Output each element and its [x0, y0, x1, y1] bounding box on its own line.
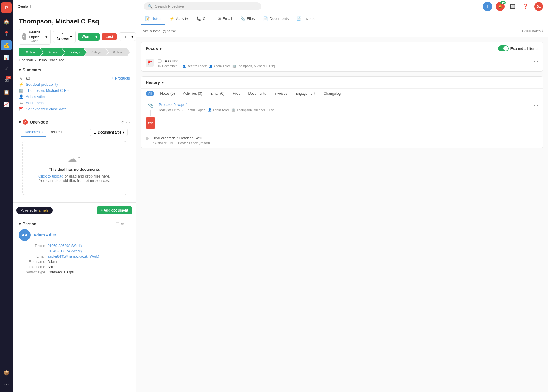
person-filter-icon[interactable]: ☰ [116, 222, 119, 226]
sidebar-item-more[interactable]: ⋯ [1, 379, 12, 390]
tab-invoice[interactable]: 🧾 Invoice [293, 13, 319, 25]
sidebar-item-tasks[interactable]: ☑ [1, 63, 12, 74]
stage-4[interactable]: 0 days [84, 48, 108, 56]
stage-5-label: 0 days [113, 50, 123, 54]
won-button[interactable]: Won [78, 33, 93, 41]
tab-documents[interactable]: Documents [21, 128, 46, 137]
email-value[interactable]: aadler8495@rampy.co.uk (Work) [48, 254, 130, 258]
person-link[interactable]: Adam Adler [26, 94, 45, 99]
view-dropdown-button[interactable]: ▾ [129, 32, 136, 41]
filter-invoices[interactable]: Invoices [272, 91, 290, 96]
deadline-meta: 16 December · 👤 Beatriz Lopez 👤 Adam Adl… [158, 64, 530, 68]
filter-changelog[interactable]: Changelog [321, 91, 343, 96]
progress-bar: 0 days 0 days 32 days 0 days 0 days [19, 48, 130, 56]
person-collapse-icon[interactable]: ▾ [19, 222, 21, 226]
tab-call[interactable]: 📞 Call [192, 13, 213, 25]
tab-email[interactable]: ✉ Email [214, 13, 236, 25]
phone-value-2[interactable]: 01545-817374 (Work) [48, 249, 130, 253]
labels-link[interactable]: Add labels [26, 101, 44, 105]
nav-info-icon[interactable]: ℹ [30, 4, 31, 9]
add-button[interactable]: + [483, 2, 492, 11]
file-name[interactable]: Process flow.pdf [159, 102, 530, 107]
follower-button[interactable]: 1 follower ▾ [53, 31, 76, 43]
sidebar-item-location[interactable]: 📍 [1, 28, 12, 39]
person-more-icon[interactable]: ⋯ [126, 222, 130, 226]
summary-collapse-icon[interactable]: ▾ [19, 67, 21, 72]
history-title[interactable]: History ▾ [146, 80, 164, 85]
sidebar-item-email[interactable]: ✉ 39 [1, 75, 12, 86]
stage-2[interactable]: 0 days [40, 48, 65, 56]
note-input[interactable] [141, 29, 522, 33]
apps-icon[interactable]: 🔲 [508, 2, 517, 11]
nav-deals-label[interactable]: Deals [18, 4, 28, 9]
summary-actions[interactable]: ⋯ [126, 68, 130, 72]
sidebar-item-deals[interactable]: 💰 [1, 40, 12, 50]
file-more-button[interactable]: ⋯ [534, 102, 538, 108]
filter-documents[interactable]: Documents [246, 91, 268, 96]
view-toggle-group: ⊞ ▾ [119, 32, 136, 41]
tab-documents[interactable]: 📄 Documents [259, 13, 293, 25]
person-icon: 👤 [19, 94, 23, 99]
summary-title: ▾ Summary [19, 67, 41, 72]
vertical-line [150, 110, 151, 116]
person-name-link[interactable]: Adam Adler [33, 233, 56, 237]
probability-link[interactable]: Set deal probability [26, 82, 58, 87]
sidebar-item-reports[interactable]: 📋 [1, 87, 12, 97]
sidebar-item-products[interactable]: 📦 [1, 367, 12, 378]
tab-files[interactable]: 📎 Files [236, 13, 259, 25]
deadline-more-button[interactable]: ⋯ [534, 59, 538, 64]
activity-tab-icon: ⚡ [170, 16, 174, 21]
sidebar-item-analytics[interactable]: 📊 [1, 52, 12, 62]
onenode-more-icon[interactable]: ⋯ [126, 120, 130, 124]
sidebar-item-home[interactable]: 🏠 [1, 16, 12, 27]
stage-5[interactable]: 0 days [106, 48, 130, 56]
toggle-switch[interactable] [498, 45, 509, 51]
person-edit-icon[interactable]: ✏ [121, 222, 124, 226]
add-products-button[interactable]: + Products [111, 76, 130, 80]
tab-related[interactable]: Related [46, 128, 65, 137]
search-bar[interactable]: 🔍 Search Pipedrive [144, 2, 261, 10]
filter-engagement[interactable]: Engagement [293, 91, 318, 96]
filter-files[interactable]: Files [230, 91, 242, 96]
timeline-dot [146, 137, 149, 140]
filter-activities[interactable]: Activities (0) [181, 91, 204, 96]
expand-all-toggle[interactable]: Expand all items [498, 45, 538, 51]
lastname-value: Adler [48, 265, 130, 269]
won-dropdown-button[interactable]: ▾ [93, 33, 100, 41]
tab-notes[interactable]: 📝 Notes [141, 13, 165, 25]
stage-3[interactable]: 32 days [62, 48, 86, 56]
filter-email[interactable]: Email (0) [208, 91, 227, 96]
deadline-circle[interactable] [158, 59, 162, 63]
grid-view-button[interactable]: ⊞ [119, 32, 129, 41]
tab-activity[interactable]: ⚡ Activity [165, 13, 192, 25]
deadline-item: 🚩 Deadline 16 December · 👤 [141, 55, 543, 71]
add-document-button[interactable]: + Add document [97, 206, 132, 214]
file-item-0: 📎 PDF Process flow.pdf Today at 11:25 · … [141, 99, 543, 132]
click-to-upload-link[interactable]: Click to upload [38, 174, 63, 178]
deadline-owner: 👤 Beatriz Lopez [182, 64, 207, 68]
lost-button[interactable]: Lost [102, 33, 116, 40]
help-icon[interactable]: ❓ [521, 2, 530, 11]
deadline-flag-icon: 🚩 [146, 59, 154, 67]
sidebar-item-charts[interactable]: 📈 [1, 99, 12, 109]
focus-title[interactable]: Focus ▾ [146, 46, 162, 51]
zimple-button[interactable]: Powered by Zimple [16, 207, 53, 214]
user-avatar[interactable]: BL [534, 2, 543, 11]
breadcrumb-parent[interactable]: OneNode [19, 58, 34, 62]
filter-notes[interactable]: Notes (0) [158, 91, 177, 96]
contact-link[interactable]: Thompson, Michael C Esq [26, 88, 70, 93]
app-logo[interactable]: P [1, 2, 12, 13]
onenode-tab-bar: Documents Related ☰ Document type ▾ [19, 128, 130, 137]
filter-all[interactable]: All [146, 91, 154, 96]
close-date-link[interactable]: Set expected close date [26, 107, 67, 111]
focus-chevron: ▾ [160, 46, 162, 51]
phone-value-1[interactable]: 01969-886298 (Work) [48, 244, 130, 248]
stage-1[interactable]: 0 days [19, 48, 43, 56]
amount-icon: € [19, 76, 23, 80]
owner-section[interactable]: BL Beatriz Lopez Owner ▾ [19, 29, 51, 45]
onenode-collapse-icon[interactable]: ▾ [19, 120, 21, 124]
notification-icon[interactable]: 🔔 1+ [496, 2, 505, 11]
refresh-icon[interactable]: ↻ [121, 120, 124, 124]
document-type-filter[interactable]: ☰ Document type ▾ [90, 129, 128, 136]
person-icon-sm: 👤 [209, 65, 212, 68]
